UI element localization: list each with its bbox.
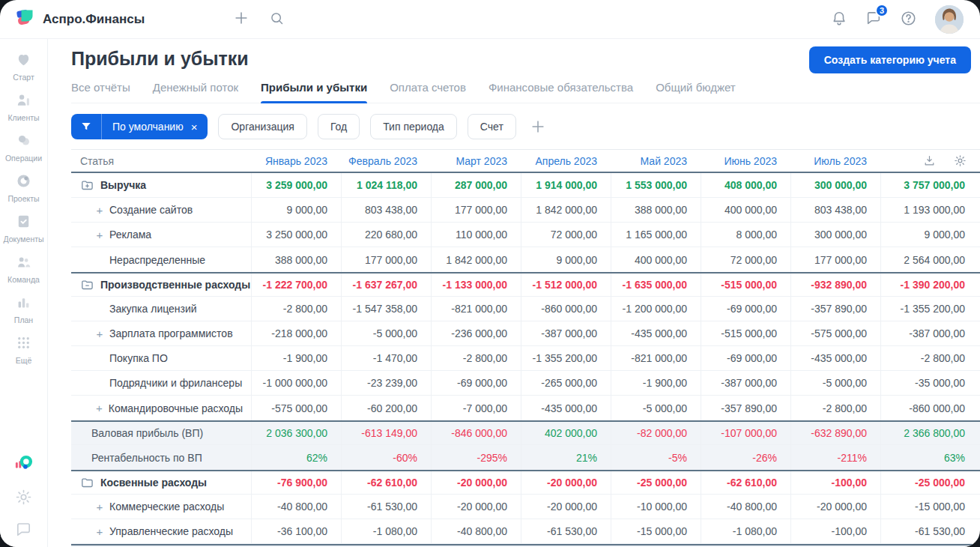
sidebar: СтартКлиентыОперацииПроектыДокументыКома… (0, 39, 48, 547)
table-row[interactable]: Рентабельность по ВП62%-60%-295%21%-5%-2… (71, 445, 980, 470)
value-cell: -357 890,00 (790, 297, 880, 321)
table-row[interactable]: Выручка3 259 000,001 024 118,00287 000,0… (71, 173, 980, 198)
table-row[interactable]: Нераспределенные388 000,00177 000,001 84… (71, 247, 980, 272)
add-button[interactable] (233, 10, 249, 28)
folder-icon[interactable] (80, 476, 94, 490)
value-cell: 388 000,00 (251, 247, 341, 272)
column-header-month-0[interactable]: Январь 2023 (251, 150, 341, 172)
value-cell: 177 000,00 (790, 247, 880, 272)
row-label: Подрядчики и фрилансеры (109, 377, 242, 389)
value-cell: 1 165 000,00 (611, 223, 701, 247)
column-header-month-5[interactable]: Июнь 2023 (701, 150, 790, 172)
support-chat-icon[interactable] (15, 521, 32, 538)
table-row[interactable]: Подрядчики и фрилансеры-1 000 000,00-23 … (71, 371, 980, 396)
value-cell: -575 000,00 (251, 396, 341, 420)
filter-chip-0[interactable]: Организация (218, 114, 306, 139)
sidebar-item-operations[interactable]: Операции (5, 132, 42, 163)
value-cell: 63% (880, 445, 980, 470)
value-cell: -20 000,00 (790, 495, 880, 519)
value-cell: 2 036 300,00 (251, 422, 341, 444)
search-icon[interactable] (269, 10, 285, 28)
avatar[interactable] (935, 5, 964, 34)
table-row[interactable]: +Реклама3 250 000,00220 680,00110 000,00… (71, 223, 980, 247)
row-label: Покупка ПО (109, 352, 168, 364)
sidebar-item-label: Команда (7, 275, 40, 284)
expand-plus-icon[interactable]: + (96, 327, 103, 340)
column-header-month-6[interactable]: Июль 2023 (790, 150, 880, 172)
table-row[interactable]: Косвенные расходы-76 900,00-62 610,00-20… (71, 470, 980, 495)
value-cell: 803 438,00 (341, 198, 431, 222)
row-label-cell: +Реклама (71, 223, 251, 247)
value-cell: -23 239,00 (341, 371, 431, 395)
tab-5[interactable]: Общий бюджет (656, 78, 736, 103)
expand-plus-icon[interactable]: + (96, 525, 103, 538)
sidebar-bottom (13, 453, 34, 538)
value-cell: -357 890,00 (701, 396, 790, 420)
download-icon[interactable] (923, 154, 936, 167)
tab-0[interactable]: Все отчёты (71, 78, 130, 103)
gear-icon[interactable] (954, 154, 967, 167)
active-filter-pill[interactable]: По умолчанию× (71, 114, 208, 139)
folder-minus-icon[interactable] (80, 278, 94, 292)
sidebar-item-documents[interactable]: Документы (3, 213, 43, 244)
sidebar-item-plan[interactable]: План (14, 294, 33, 324)
sidebar-item-projects[interactable]: Проекты (7, 172, 39, 203)
row-label-cell: Производственные расходы (71, 274, 251, 296)
chat-icon[interactable]: 3 (865, 10, 882, 28)
tab-1[interactable]: Денежный поток (153, 78, 238, 103)
expand-plus-icon[interactable]: + (96, 204, 103, 217)
value-cell: -515 000,00 (701, 274, 790, 296)
value-cell: 21% (521, 445, 611, 470)
row-label-cell: Косвенные расходы (71, 471, 251, 494)
table-row[interactable]: +Зарплата программистов-218 000,00-5 000… (71, 321, 980, 346)
create-category-button[interactable]: Создать категорию учета (809, 46, 971, 73)
table-row[interactable]: +Создание сайтов9 000,00803 438,00177 00… (71, 198, 980, 223)
table-row[interactable]: +Командировочные расходы-575 000,00-60 2… (71, 396, 980, 420)
filter-chip-1[interactable]: Год (318, 114, 360, 139)
table-row[interactable]: Валовая прибыль (ВП)2 036 300,00-613 149… (71, 420, 980, 445)
product-logo-icon[interactable] (13, 453, 34, 474)
sidebar-item-team[interactable]: Команда (7, 253, 40, 284)
tab-3[interactable]: Оплата счетов (390, 78, 466, 103)
filter-chip-2[interactable]: Тип периода (370, 114, 457, 139)
remove-filter-icon[interactable]: × (191, 121, 198, 133)
row-label: Коммерческие расходы (109, 501, 224, 513)
page-title: Прибыли и убытки (71, 46, 249, 70)
column-header-month-2[interactable]: Март 2023 (431, 150, 521, 172)
expand-plus-icon[interactable]: + (96, 501, 103, 513)
sidebar-item-more[interactable]: Ещё (15, 334, 32, 365)
table-row[interactable]: Покупка ПО-1 900,00-1 470,00-2 800,00-1 … (71, 346, 980, 371)
table-row[interactable]: Производственные расходы-1 222 700,00-1 … (71, 272, 980, 297)
help-icon[interactable] (900, 10, 917, 29)
value-cell: -613 149,00 (341, 422, 431, 444)
filter-chip-3[interactable]: Счет (468, 114, 516, 139)
column-header-month-3[interactable]: Апрель 2023 (521, 150, 611, 172)
settings-gear-icon[interactable] (15, 489, 32, 506)
value-cell: -1 133 000,00 (431, 274, 521, 296)
topbar: Аспро.Финансы 3 (0, 0, 980, 39)
tab-4[interactable]: Финансовые обязательства (489, 78, 633, 103)
folder-plus-icon[interactable] (80, 178, 94, 193)
sidebar-item-start[interactable]: Старт (13, 51, 34, 82)
table-row[interactable]: +Коммерческие расходы-40 800,00-61 530,0… (71, 495, 980, 519)
expand-plus-icon[interactable]: + (96, 402, 103, 414)
bell-icon[interactable] (831, 10, 847, 28)
tab-2[interactable]: Прибыли и убытки (261, 78, 367, 103)
sidebar-item-label: Операции (5, 154, 42, 163)
value-cell: -62 610,00 (701, 471, 790, 494)
table-row[interactable]: +Управленческие расходы-36 100,00-1 080,… (71, 519, 980, 544)
value-cell: -2 800,00 (431, 346, 521, 370)
value-cell: -20 000,00 (521, 471, 611, 494)
value-cell: -40 800,00 (701, 495, 790, 519)
clients-icon (15, 91, 32, 111)
expand-plus-icon[interactable]: + (96, 229, 103, 241)
value-cell: -218 000,00 (251, 321, 341, 345)
table-row[interactable]: Закупка лицензий-2 800,00-1 547 358,00-8… (71, 297, 980, 321)
column-header-month-4[interactable]: Май 2023 (611, 150, 701, 172)
filter-bar: По умолчанию×ОрганизацияГодТип периодаСч… (71, 114, 980, 139)
sidebar-item-clients[interactable]: Клиенты (7, 91, 39, 122)
add-filter-icon[interactable] (530, 118, 546, 135)
value-cell: 400 000,00 (611, 247, 701, 272)
column-header-month-1[interactable]: Февраль 2023 (341, 150, 431, 172)
value-cell: 300 000,00 (790, 173, 880, 197)
